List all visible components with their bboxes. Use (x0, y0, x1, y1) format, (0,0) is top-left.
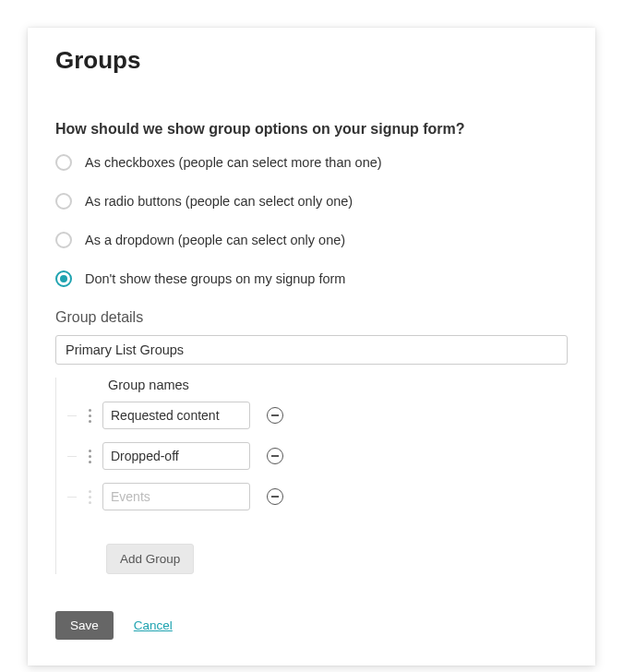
svg-rect-1 (271, 455, 279, 457)
radio-icon (55, 232, 72, 248)
radio-icon (55, 154, 72, 171)
tree-branch-icon (67, 415, 77, 416)
tree-branch-icon (67, 456, 77, 457)
drag-handle-icon[interactable] (84, 409, 95, 423)
option-hidden[interactable]: Don't show these groups on my signup for… (55, 270, 568, 287)
group-row (67, 402, 568, 429)
radio-icon (55, 270, 72, 287)
radio-icon (55, 193, 72, 210)
svg-rect-0 (271, 414, 279, 416)
remove-group-button[interactable] (267, 448, 283, 464)
group-row-new (67, 483, 568, 510)
group-name-input[interactable] (55, 335, 568, 365)
option-dropdown[interactable]: As a dropdown (people can select only on… (55, 232, 568, 248)
group-item-input-new[interactable] (102, 483, 250, 510)
minus-icon (271, 414, 279, 416)
display-question: How should we show group options on your… (55, 121, 568, 138)
group-row (67, 442, 568, 470)
drag-handle-icon[interactable] (84, 450, 95, 463)
tree-branch-icon (67, 497, 77, 498)
option-label: As radio buttons (people can select only… (85, 194, 353, 209)
option-label: Don't show these groups on my signup for… (85, 271, 345, 286)
remove-group-button[interactable] (267, 488, 283, 505)
minus-icon (271, 455, 279, 457)
group-names-header: Group names (108, 378, 568, 392)
svg-rect-2 (271, 496, 279, 498)
minus-icon (271, 496, 279, 498)
option-label: As a dropdown (people can select only on… (85, 233, 345, 247)
footer-actions: Save Cancel (55, 611, 568, 640)
group-item-input[interactable] (102, 402, 250, 429)
group-names-tree: Group names (55, 378, 568, 574)
add-group-button[interactable]: Add Group (106, 544, 194, 574)
group-item-input[interactable] (102, 442, 250, 470)
group-details-label: Group details (55, 309, 568, 326)
option-label: As checkboxes (people can select more th… (85, 155, 382, 170)
save-button[interactable]: Save (55, 611, 114, 640)
remove-group-button[interactable] (267, 407, 283, 424)
option-radio-buttons[interactable]: As radio buttons (people can select only… (55, 193, 568, 210)
groups-panel: Groups How should we show group options … (28, 28, 595, 666)
option-checkboxes[interactable]: As checkboxes (people can select more th… (55, 154, 568, 171)
radio-dot-icon (60, 275, 67, 282)
page-title: Groups (55, 46, 568, 75)
drag-handle-icon[interactable] (84, 490, 95, 504)
cancel-link[interactable]: Cancel (134, 618, 173, 632)
